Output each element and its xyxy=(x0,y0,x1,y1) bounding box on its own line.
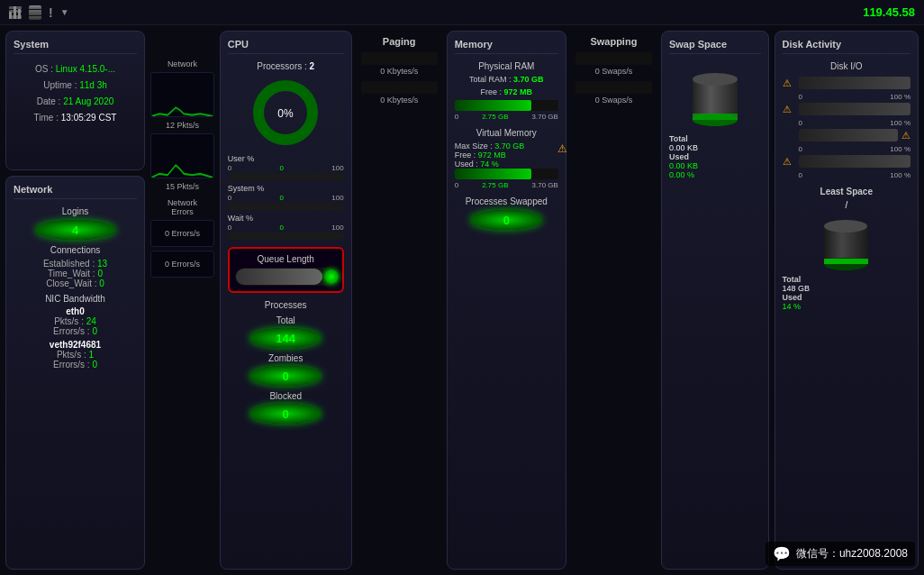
watermark-text: 微信号：uhz2008.2008 xyxy=(796,546,908,561)
swapping-label-1: 0 Swaps/s xyxy=(575,67,652,76)
svg-text:0%: 0% xyxy=(278,107,294,120)
paging-track-1 xyxy=(361,52,438,65)
processes-title: Processes xyxy=(228,300,344,310)
veth-name: veth92f4681 xyxy=(14,340,137,350)
toolbar-icons: ! ▼ xyxy=(9,5,69,20)
eth0-name: eth0 xyxy=(14,306,137,316)
least-space-cylinder-svg xyxy=(817,213,875,271)
system-bar xyxy=(228,203,344,210)
vm-title: Virtual Memory xyxy=(455,128,558,138)
left-column: System OS : Linux 4.15.0-... Uptime : 11… xyxy=(5,31,145,570)
graph1-label: 12 Pkts/s xyxy=(150,121,214,130)
vm-max-row: Max Size : 3.70 GB xyxy=(455,141,558,151)
swapping-title: Swapping xyxy=(575,36,652,47)
paging-bar-1: 0 Kbytes/s xyxy=(361,52,438,76)
queue-dot xyxy=(324,269,339,284)
warning-icon-3-right: ⚠ xyxy=(901,130,910,141)
swapping-track-2 xyxy=(575,81,652,94)
ls-used-value: 14 % xyxy=(783,302,910,311)
errors2-label: 0 Errors/s xyxy=(165,260,200,269)
vm-bar-track xyxy=(455,169,558,179)
system-title: System xyxy=(14,39,137,54)
total-value: 144 xyxy=(249,328,322,348)
wait-bar xyxy=(228,233,344,240)
top-bar: ! ▼ 119.45.58 xyxy=(0,0,924,25)
system-panel: System OS : Linux 4.15.0-... Uptime : 11… xyxy=(5,31,145,170)
paging-title: Paging xyxy=(361,36,438,47)
swapping-bar-1: 0 Swaps/s xyxy=(575,52,652,76)
ls-used-row: Used xyxy=(783,293,910,302)
exclamation-icon[interactable]: ! xyxy=(49,5,53,20)
network-graphs-column: Network 12 Pkts/s 15 Pkts/s NetworkError… xyxy=(150,31,214,570)
disk-bar-track-3 xyxy=(799,129,898,141)
disk-bar-track-4 xyxy=(799,155,910,168)
svg-rect-10 xyxy=(824,259,868,264)
wait-pct-label: Wait % xyxy=(228,214,344,223)
svg-rect-6 xyxy=(693,114,738,120)
swap-space-panel: Swap Space Total 0.00 KB xyxy=(661,31,769,570)
user-bar xyxy=(228,173,344,180)
swap-total-row: Total xyxy=(669,134,761,143)
watermark: 💬 微信号：uhz2008.2008 xyxy=(765,542,915,566)
ram-bar-track xyxy=(455,100,558,111)
wait-bar-nums: 0 0 100 xyxy=(228,224,344,232)
system-pct-label: System % xyxy=(228,184,344,193)
disk-bar-row-2: ⚠ xyxy=(783,103,910,115)
os-row: OS : Linux 4.15.0-... xyxy=(14,61,137,78)
nic-section: NIC Bandwidth eth0 Pkts/s : 24 Errors/s … xyxy=(14,294,137,370)
disk-activity-title: Disk Activity xyxy=(783,39,910,54)
ram-bar-fill xyxy=(455,100,531,111)
database-icon[interactable] xyxy=(29,5,41,20)
vm-bar-nums: 0 2.75 GB 3.70 GB xyxy=(455,181,558,189)
disk-bar-track-2 xyxy=(799,103,910,115)
network-panel: Network Logins 4 Connections Established… xyxy=(5,176,145,570)
dropdown-icon[interactable]: ▼ xyxy=(60,7,69,17)
ls-total-label: Total xyxy=(783,275,802,284)
disk-bar-nums-4: 0 100 % xyxy=(783,171,910,179)
paging-label-1: 0 Kbytes/s xyxy=(361,67,438,76)
svg-point-4 xyxy=(693,73,738,86)
network-errors-label: NetworkErrors xyxy=(150,198,214,216)
memory-title: Memory xyxy=(455,39,558,54)
cpu-donut: 0% xyxy=(249,77,322,149)
vm-bar-section: 0 2.75 GB 3.70 GB xyxy=(455,169,558,189)
time-row: Time : 13:05:29 CST xyxy=(14,110,137,126)
proc-swapped-title: Processes Swapped xyxy=(455,196,558,206)
warning-icon-4: ⚠ xyxy=(783,156,795,168)
bar-chart-icon[interactable] xyxy=(9,6,22,19)
proc-swapped-value: 0 xyxy=(470,210,542,230)
ram-bar-section: 0 2.75 GB 3.70 GB xyxy=(455,100,558,121)
veth-pkts: Pkts/s : 1 xyxy=(14,350,137,360)
ls-total-row: Total xyxy=(783,275,910,284)
blocked-value: 0 xyxy=(249,404,322,424)
graph2-label: 15 Pkts/s xyxy=(150,182,214,191)
cpu-panel: CPU Processors : 2 0% User % 0 0 100 Sys… xyxy=(220,31,352,570)
slash-label: / xyxy=(783,200,910,210)
swap-used-value: 0.00 KB xyxy=(669,161,761,170)
closewait-row: Close_Wait : 0 xyxy=(14,278,137,288)
ls-used-label: Used xyxy=(783,293,802,302)
cpu-title: CPU xyxy=(228,39,344,54)
vm-bar-fill xyxy=(455,169,531,179)
ls-total-value: 148 GB xyxy=(783,284,910,293)
least-space-info: Total 148 GB Used 14 % xyxy=(783,275,910,311)
zombies-label: Zombies xyxy=(228,353,344,363)
system-bar-nums: 0 0 100 xyxy=(228,194,344,202)
disk-activity-panel: Disk Activity Disk I/O ⚠ 0 100 % ⚠ 0 100… xyxy=(775,31,919,570)
paging-bar-2: 0 Kbytes/s xyxy=(361,81,438,105)
user-bar-nums: 0 0 100 xyxy=(228,164,344,172)
total-label: Total xyxy=(228,315,344,325)
blocked-label: Blocked xyxy=(228,391,344,401)
errors-bar-2: 0 Errors/s xyxy=(150,251,214,278)
processes-section: Processes Total 144 Zombies 0 Blocked 0 xyxy=(228,300,344,424)
eth0-errors: Errors/s : 0 xyxy=(14,326,137,336)
veth-errors: Errors/s : 0 xyxy=(14,360,137,370)
ram-bar-nums: 0 2.75 GB 3.70 GB xyxy=(455,113,558,121)
swapping-track-1 xyxy=(575,52,652,65)
errors-bar-1: 0 Errors/s xyxy=(150,220,214,247)
queue-bar-fill xyxy=(236,269,322,285)
established-row: Established : 13 xyxy=(14,259,137,269)
eth0-pkts: Pkts/s : 24 xyxy=(14,316,137,326)
disk-bar-row-1: ⚠ xyxy=(783,77,910,89)
paging-label-2: 0 Kbytes/s xyxy=(361,96,438,105)
